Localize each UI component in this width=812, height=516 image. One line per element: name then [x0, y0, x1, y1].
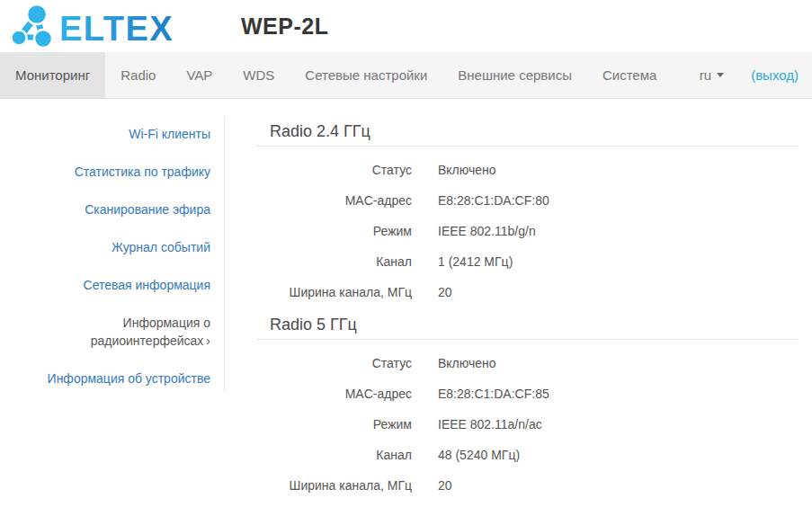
sidebar: Wi-Fi клиенты Статистика по трафику Скан…: [0, 99, 225, 501]
detail-value: E8:28:C1:DA:CF:85: [438, 387, 549, 401]
detail-label: Ширина канала, МГц: [256, 285, 412, 299]
tab-network-settings[interactable]: Сетевые настройки: [290, 52, 442, 98]
sidebar-item-network-info[interactable]: Сетевая информация: [0, 276, 210, 294]
detail-row: Ширина канала, МГц 20: [256, 277, 799, 307]
detail-row: Канал 1 (2412 МГц): [256, 246, 799, 277]
radio-5ghz-details: Статус Включено MAC-адрес E8:28:C1:DA:CF…: [256, 340, 799, 501]
tab-wds[interactable]: WDS: [228, 52, 290, 98]
detail-label: Ширина канала, МГц: [256, 478, 412, 493]
sidebar-item-event-log[interactable]: Журнал событий: [0, 238, 210, 256]
chevron-right-icon: ›: [206, 334, 210, 348]
main-panel: Radio 2.4 ГГц Статус Включено MAC-адрес …: [256, 99, 799, 501]
detail-row: Режим IEEE 802.11a/n/ac: [256, 409, 799, 440]
eltex-logo-icon: ELTEX: [9, 4, 185, 48]
detail-value: 1 (2412 МГц): [438, 254, 513, 269]
content-area: Wi-Fi клиенты Статистика по трафику Скан…: [0, 99, 812, 501]
tab-system[interactable]: Система: [587, 52, 672, 98]
detail-row: Канал 48 (5240 МГц): [256, 440, 799, 470]
tab-vap[interactable]: VAP: [171, 52, 228, 98]
detail-value: 48 (5240 МГц): [438, 448, 520, 462]
eltex-logo-text: ELTEX: [59, 10, 174, 48]
page-title: WEP-2L: [241, 13, 328, 40]
section-title: Radio 2.4 ГГц: [256, 119, 799, 147]
sidebar-menu: Wi-Fi клиенты Статистика по трафику Скан…: [0, 117, 225, 392]
detail-label: Канал: [256, 448, 412, 462]
detail-label: MAC-адрес: [256, 387, 412, 401]
chevron-down-icon: [717, 73, 724, 77]
tab-radio[interactable]: Radio: [105, 52, 171, 98]
language-dropdown[interactable]: ru: [700, 67, 724, 83]
detail-row: Статус Включено: [256, 155, 799, 185]
tab-external-services[interactable]: Внешние сервисы: [442, 52, 587, 98]
detail-row: Ширина канала, МГц 20: [256, 470, 799, 501]
sidebar-item-label: Информация о радиоинтерфейсах: [91, 316, 210, 348]
detail-row: Статус Включено: [256, 348, 799, 378]
detail-value: IEEE 802.11a/n/ac: [438, 417, 542, 431]
app-header: ELTEX WEP-2L: [0, 0, 812, 52]
detail-label: Статус: [256, 163, 412, 177]
detail-value: 20: [438, 285, 452, 299]
sidebar-item-wifi-clients[interactable]: Wi-Fi клиенты: [0, 125, 210, 143]
sidebar-item-traffic-stats[interactable]: Статистика по трафику: [0, 163, 210, 181]
language-value: ru: [700, 67, 711, 83]
detail-label: Статус: [256, 356, 412, 370]
detail-label: MAC-адрес: [256, 193, 412, 208]
section-title: Radio 5 ГГц: [256, 312, 799, 340]
sidebar-item-device-info[interactable]: Информация об устройстве: [0, 369, 210, 387]
detail-value: E8:28:C1:DA:CF:80: [438, 193, 549, 208]
detail-value: Включено: [438, 163, 496, 177]
radio-24ghz-details: Статус Включено MAC-адрес E8:28:C1:DA:CF…: [256, 147, 799, 307]
logout-link[interactable]: (выход): [751, 67, 799, 83]
detail-row: Режим IEEE 802.11b/g/n: [256, 216, 799, 246]
radio-5ghz-section: Radio 5 ГГц Статус Включено MAC-адрес E8…: [256, 312, 799, 501]
detail-label: Режим: [256, 417, 412, 431]
detail-value: 20: [438, 478, 452, 493]
sidebar-item-air-scan[interactable]: Сканирование эфира: [0, 200, 210, 218]
detail-row: MAC-адрес E8:28:C1:DA:CF:85: [256, 378, 799, 409]
detail-row: MAC-адрес E8:28:C1:DA:CF:80: [256, 185, 799, 216]
tab-monitoring[interactable]: Мониторинг: [0, 52, 105, 98]
sidebar-item-radio-interfaces-info[interactable]: Информация о радиоинтерфейсах›: [0, 314, 210, 350]
detail-label: Режим: [256, 224, 412, 238]
detail-value: Включено: [438, 356, 496, 370]
detail-value: IEEE 802.11b/g/n: [438, 224, 536, 238]
radio-24ghz-section: Radio 2.4 ГГц Статус Включено MAC-адрес …: [256, 119, 799, 307]
detail-label: Канал: [256, 254, 412, 269]
topnav-right-group: ru (выход): [700, 52, 812, 98]
top-navigation: Мониторинг Radio VAP WDS Сетевые настрой…: [0, 52, 812, 99]
